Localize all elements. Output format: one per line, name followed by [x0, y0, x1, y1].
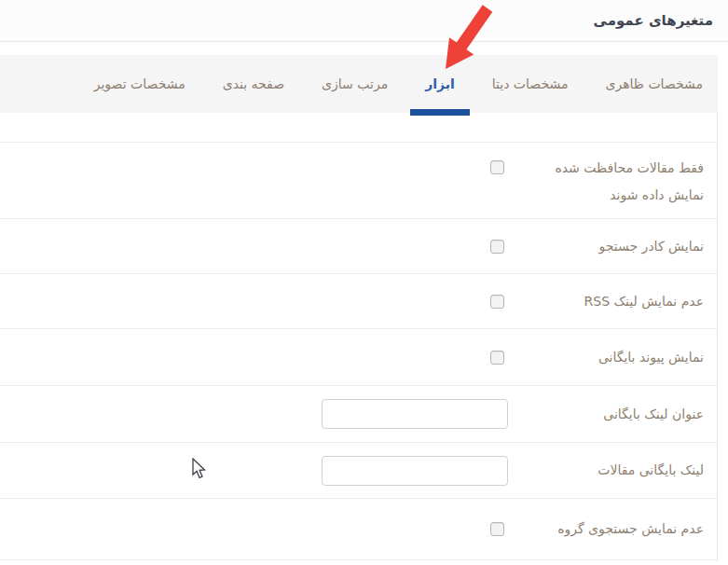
settings-row-archive-link-title: عنوان لینک بایگانی — [0, 385, 718, 442]
group-search-checkbox[interactable] — [490, 522, 504, 536]
settings-row-group-search: عدم نمایش جستجوی گروه — [0, 498, 718, 560]
page-title: متغیرهای عمومی — [15, 0, 713, 41]
field-label-archive-link: نمایش پیوند بایگانی — [519, 344, 718, 371]
field-control — [0, 143, 519, 174]
tab-bar: مشخصات ظاهریمشخصات دیتاابزارمرتب سازیصفح… — [0, 55, 718, 113]
field-control — [0, 351, 519, 365]
field-control — [0, 399, 519, 429]
tab-label: صفحه بندی — [223, 76, 284, 91]
field-control — [0, 240, 519, 254]
settings-row-protected-articles: فقط مقالات محافظت شدهنمایش داده شوند — [0, 142, 718, 218]
tab-label: مرتب سازی — [322, 76, 388, 91]
field-control — [0, 456, 519, 486]
field-label-rss-link: عدم نمایش لینک RSS — [519, 288, 718, 315]
settings-row-rss-link: عدم نمایش لینک RSS — [0, 273, 718, 328]
panel-header: متغیرهای عمومی — [0, 0, 728, 42]
rss-link-checkbox[interactable] — [490, 295, 504, 309]
tab-sorting[interactable]: مرتب سازی — [307, 55, 403, 113]
archive-link-checkbox[interactable] — [490, 351, 504, 365]
tab-label: مشخصات دیتا — [492, 76, 569, 91]
tab-appearance[interactable]: مشخصات ظاهری — [590, 55, 718, 113]
tab-pagination[interactable]: صفحه بندی — [208, 55, 299, 113]
field-label-search-box: نمایش کادر جستجو — [519, 233, 718, 260]
field-label-protected-articles: فقط مقالات محافظت شدهنمایش داده شوند — [519, 143, 718, 209]
search-box-checkbox[interactable] — [490, 240, 504, 254]
settings-row-articles-archive-link: لینک بایگانی مقالات — [0, 442, 718, 498]
tab-label: ابزار — [425, 76, 455, 91]
active-tab-underline — [410, 109, 470, 116]
tab-label: مشخصات ظاهری — [605, 76, 703, 91]
field-control — [0, 295, 519, 309]
tab-tools[interactable]: ابزار — [410, 55, 470, 113]
field-label-articles-archive-link: لینک بایگانی مقالات — [519, 457, 718, 484]
articles-archive-link-input[interactable] — [322, 456, 508, 486]
tab-label: مشخصات تصویر — [94, 76, 185, 91]
settings-row-archive-link: نمایش پیوند بایگانی — [0, 328, 718, 385]
settings-rows: فقط مقالات محافظت شدهنمایش داده شوندنمای… — [0, 142, 718, 560]
archive-link-title-input[interactable] — [322, 399, 508, 429]
tab-data[interactable]: مشخصات دیتا — [477, 55, 584, 113]
tab-image[interactable]: مشخصات تصویر — [79, 55, 200, 113]
settings-row-search-box: نمایش کادر جستجو — [0, 218, 718, 273]
field-label-group-search: عدم نمایش جستجوی گروه — [519, 516, 718, 543]
protected-articles-checkbox[interactable] — [490, 160, 504, 174]
field-control — [0, 522, 519, 536]
field-label-archive-link-title: عنوان لینک بایگانی — [519, 401, 718, 428]
